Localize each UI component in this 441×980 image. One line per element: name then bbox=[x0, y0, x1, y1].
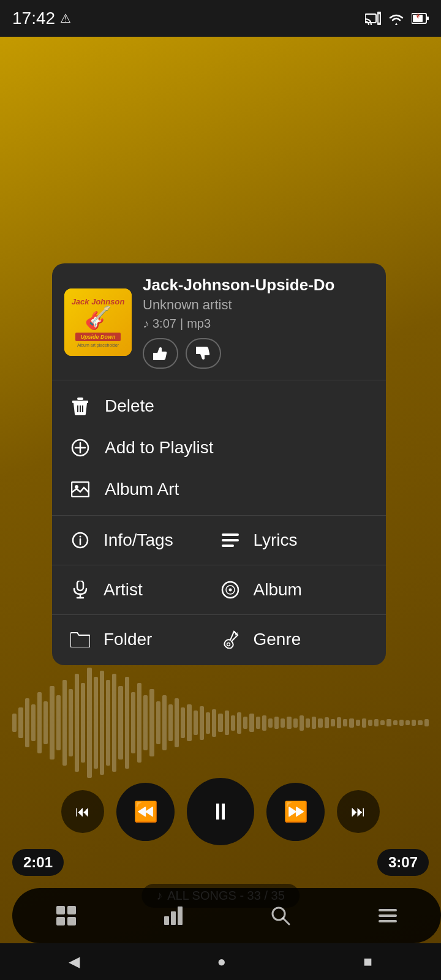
rating-buttons bbox=[143, 338, 374, 369]
vinyl-icon bbox=[219, 581, 241, 599]
folder-icon bbox=[69, 631, 91, 647]
android-nav: ◀ ● ■ bbox=[0, 943, 441, 980]
trash-icon bbox=[69, 397, 91, 415]
svg-point-39 bbox=[228, 589, 232, 592]
song-format: mp3 bbox=[187, 317, 211, 331]
dislike-button[interactable] bbox=[186, 338, 221, 369]
album-menu-item[interactable]: Album bbox=[219, 580, 369, 600]
svg-rect-5 bbox=[426, 17, 429, 20]
genre-label: Genre bbox=[254, 630, 301, 649]
waveform bbox=[0, 662, 441, 784]
next-button[interactable]: ⏭ bbox=[337, 790, 380, 833]
notification-icon: ⚠ bbox=[60, 11, 71, 26]
status-time: 17:42 bbox=[12, 9, 55, 28]
nav-search-button[interactable] bbox=[256, 891, 305, 940]
lyrics-menu-item[interactable]: Lyrics bbox=[219, 530, 369, 550]
svg-rect-2 bbox=[379, 14, 380, 23]
delete-label: Delete bbox=[105, 396, 154, 416]
status-bar: 17:42 ⚠ bbox=[0, 0, 441, 37]
nav-chart-button[interactable] bbox=[149, 891, 198, 940]
popup-divider-1 bbox=[52, 380, 386, 380]
nav-menu-button[interactable] bbox=[363, 891, 412, 940]
image-icon bbox=[69, 481, 91, 497]
delete-menu-item[interactable]: Delete bbox=[52, 385, 386, 427]
rewind-button[interactable]: ⏪ bbox=[116, 783, 175, 841]
wifi-icon bbox=[388, 12, 404, 25]
svg-rect-32 bbox=[222, 539, 239, 541]
svg-rect-9 bbox=[67, 917, 76, 925]
total-time: 3:07 bbox=[377, 849, 429, 876]
svg-rect-6 bbox=[56, 906, 65, 914]
player-controls: ⏮ ⏪ ⏸ ⏩ ⏭ bbox=[0, 778, 441, 845]
svg-rect-34 bbox=[77, 581, 83, 590]
song-title: Jack-Johnson-Upside-Do bbox=[143, 276, 374, 295]
song-duration: 3:07 bbox=[153, 317, 176, 331]
music-note-small-icon: ♪ bbox=[143, 317, 149, 331]
bottom-nav bbox=[12, 888, 441, 943]
album-art-label: Album Art bbox=[105, 480, 179, 499]
previous-button[interactable]: ⏮ bbox=[61, 790, 104, 833]
status-icons bbox=[365, 12, 429, 25]
svg-rect-11 bbox=[171, 911, 176, 925]
svg-rect-16 bbox=[379, 914, 397, 917]
folder-menu-item[interactable]: Folder bbox=[69, 630, 219, 649]
svg-point-40 bbox=[227, 643, 230, 646]
add-to-playlist-menu-item[interactable]: Add to Playlist bbox=[52, 427, 386, 469]
folder-label: Folder bbox=[104, 630, 152, 649]
progress-area: 2:01 3:07 bbox=[0, 849, 441, 876]
info-lyrics-row: Info/Tags Lyrics bbox=[52, 521, 386, 560]
svg-rect-8 bbox=[56, 917, 65, 925]
svg-rect-18 bbox=[72, 401, 88, 403]
plus-circle-icon bbox=[69, 439, 91, 457]
lyrics-icon bbox=[219, 533, 241, 547]
back-button[interactable]: ◀ bbox=[69, 953, 80, 970]
svg-rect-19 bbox=[77, 398, 83, 400]
cast-icon bbox=[365, 12, 381, 25]
artist-album-row: Artist Album bbox=[52, 570, 386, 609]
pause-button[interactable]: ⏸ bbox=[187, 778, 254, 845]
artist-menu-item[interactable]: Artist bbox=[69, 580, 219, 600]
album-label: Album bbox=[254, 580, 302, 600]
mic-icon bbox=[69, 581, 91, 599]
artist-label: Artist bbox=[104, 580, 143, 600]
current-time: 2:01 bbox=[12, 849, 64, 876]
like-button[interactable] bbox=[143, 338, 178, 369]
home-button[interactable]: ● bbox=[217, 953, 226, 970]
svg-rect-31 bbox=[222, 533, 239, 536]
svg-line-14 bbox=[283, 918, 289, 924]
genre-menu-item[interactable]: Genre bbox=[219, 630, 369, 649]
svg-rect-7 bbox=[67, 906, 76, 914]
album-art-thumbnail: Jack Johnson 🎸 Upside Down Album art pla… bbox=[64, 288, 132, 356]
svg-rect-33 bbox=[222, 545, 234, 547]
nav-grid-button[interactable] bbox=[42, 891, 91, 940]
popup-song-info: Jack-Johnson-Upside-Do Unknown artist ♪ … bbox=[143, 276, 374, 369]
info-icon bbox=[69, 532, 91, 549]
svg-point-30 bbox=[80, 536, 81, 538]
guitar-icon bbox=[219, 630, 241, 649]
svg-rect-12 bbox=[178, 907, 183, 925]
popup-header: Jack Johnson 🎸 Upside Down Album art pla… bbox=[52, 263, 386, 375]
svg-rect-17 bbox=[379, 920, 397, 922]
svg-rect-10 bbox=[164, 916, 169, 925]
lyrics-label: Lyrics bbox=[254, 530, 298, 550]
recent-button[interactable]: ■ bbox=[363, 953, 372, 970]
album-art-menu-item[interactable]: Album Art bbox=[52, 469, 386, 510]
folder-genre-row: Folder Genre bbox=[52, 620, 386, 659]
popup-divider-4 bbox=[52, 614, 386, 615]
song-meta: ♪ 3:07 | mp3 bbox=[143, 317, 374, 331]
popup-menu: Jack Johnson 🎸 Upside Down Album art pla… bbox=[52, 263, 386, 665]
status-time-group: 17:42 ⚠ bbox=[12, 9, 71, 28]
info-tags-menu-item[interactable]: Info/Tags bbox=[69, 530, 219, 550]
song-artist: Unknown artist bbox=[143, 297, 374, 313]
fast-forward-button[interactable]: ⏩ bbox=[266, 783, 325, 841]
popup-divider-3 bbox=[52, 565, 386, 565]
info-tags-label: Info/Tags bbox=[104, 530, 173, 550]
popup-divider-2 bbox=[52, 515, 386, 516]
battery-icon bbox=[412, 12, 429, 24]
add-to-playlist-label: Add to Playlist bbox=[105, 438, 213, 458]
svg-rect-15 bbox=[379, 909, 397, 911]
